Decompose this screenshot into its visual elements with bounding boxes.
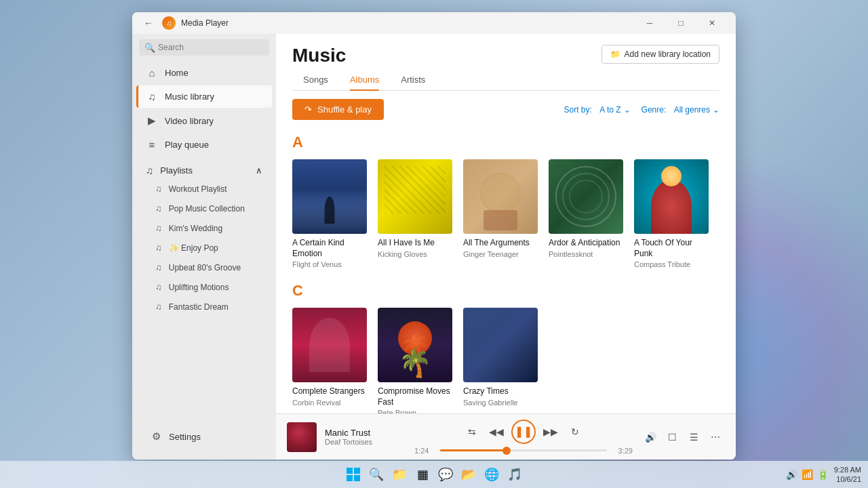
- queue-button[interactable]: ☰: [684, 428, 703, 447]
- taskbar-icons-area: 🔊 📶 🔋: [786, 469, 829, 480]
- playlist-item-kims-wedding[interactable]: ♫ Kim's Wedding: [136, 219, 272, 237]
- add-library-button[interactable]: 📁 Add new library location: [601, 45, 719, 64]
- playlist-item-uplifting[interactable]: ♫ Uplifting Motions: [136, 278, 272, 296]
- album-card-ardor[interactable]: Ardor & Anticipation Pointlessknot: [549, 159, 623, 268]
- playlist-enjoy-label: ✨ Enjoy Pop: [169, 243, 218, 253]
- volume-button[interactable]: 🔊: [641, 428, 660, 447]
- playlist-music-icon: ♫: [155, 184, 162, 194]
- playlist-music-icon-5: ♫: [155, 262, 162, 272]
- sidebar-item-play-queue[interactable]: ≡ Play queue: [136, 134, 272, 156]
- progress-bar-area: 1:24 3:29: [414, 447, 633, 455]
- tab-albums[interactable]: Albums: [339, 69, 390, 90]
- albums-grid-a: A Certain Kind Emotion Flight of Venus A…: [292, 159, 719, 268]
- sidebar-item-queue-label: Play queue: [165, 140, 209, 150]
- shuffle-play-button[interactable]: ↷ Shuffle & play: [292, 99, 384, 120]
- now-playing-album-art: [287, 422, 317, 452]
- svg-rect-0: [347, 468, 353, 474]
- playlists-label: Playlists: [160, 165, 193, 176]
- taskbar-wifi-icon[interactable]: 📶: [802, 469, 813, 480]
- playlist-music-icon-2: ♫: [155, 203, 162, 214]
- album-art-crazy-times: [463, 308, 538, 382]
- now-playing-title: Manic Trust: [325, 428, 406, 438]
- genre-value: All genres: [674, 105, 710, 115]
- taskbar-date: 10/6/21: [834, 474, 861, 484]
- next-button[interactable]: ▶▶: [541, 422, 560, 441]
- album-artist-a-touch: Compass Tribute: [634, 260, 709, 268]
- media-player-window: ← ♫ Media Player ─ □ ✕ 🔍 ⌂ Home: [132, 12, 736, 460]
- sidebar: 🔍 ⌂ Home ♫ Music library ▶ Video library…: [132, 34, 276, 460]
- playlist-item-fantastic[interactable]: ♫ Fantastic Dream: [136, 298, 272, 316]
- album-card-crazy-times[interactable]: Crazy Times Saving Gabrielle: [463, 308, 538, 413]
- playlist-item-upbeat[interactable]: ♫ Upbeat 80's Groove: [136, 258, 272, 277]
- album-card-complete-strangers[interactable]: Complete Strangers Corbin Revival: [292, 308, 367, 413]
- album-card-compromise[interactable]: 🌴 Compromise Moves Fast Pete Brown: [378, 308, 452, 413]
- main-content: Music 📁 Add new library location Songs A…: [276, 34, 736, 460]
- playlists-section-header[interactable]: ♫ Playlists ∧: [136, 159, 272, 179]
- sidebar-item-settings[interactable]: ⚙ Settings: [140, 425, 268, 448]
- now-playing-bar: Manic Trust Deaf Tortoises ⇆ ◀◀ ❚❚ ▶▶ ↻ …: [276, 413, 736, 460]
- genre-dropdown[interactable]: Genre: All genres ⌄: [642, 105, 719, 115]
- playlist-item-pop[interactable]: ♫ Pop Music Collection: [136, 199, 272, 218]
- taskbar-volume-icon[interactable]: 🔊: [786, 469, 797, 480]
- taskbar-folder-button[interactable]: 📂: [459, 465, 478, 484]
- taskbar-clock[interactable]: 9:28 AM 10/6/21: [834, 465, 861, 485]
- taskbar-search-button[interactable]: 🔍: [367, 465, 386, 484]
- album-card-a-touch[interactable]: A Touch Of Your Punk Compass Tribute: [634, 159, 709, 268]
- back-button[interactable]: ←: [140, 15, 157, 31]
- section-letter-c: C: [292, 282, 719, 300]
- sort-genre-controls: Sort by: A to Z ⌄ Genre: All genres ⌄: [564, 105, 719, 115]
- sidebar-item-video-library[interactable]: ▶ Video library: [136, 109, 272, 132]
- playlist-item-enjoy-pop[interactable]: ♫ ✨ Enjoy Pop: [136, 239, 272, 257]
- maximize-button[interactable]: □: [665, 12, 696, 34]
- current-time: 1:24: [414, 447, 435, 455]
- close-button[interactable]: ✕: [696, 12, 728, 34]
- progress-fill: [440, 449, 507, 451]
- content-header: Music 📁 Add new library location Songs A…: [276, 34, 736, 91]
- queue-icon: ≡: [146, 139, 158, 150]
- tab-artists[interactable]: Artists: [390, 69, 436, 90]
- taskbar-teams-button[interactable]: 💬: [436, 465, 455, 484]
- tab-songs[interactable]: Songs: [292, 69, 339, 90]
- repeat-button[interactable]: ↻: [566, 422, 585, 441]
- search-input[interactable]: [139, 39, 269, 56]
- taskbar-battery-icon[interactable]: 🔋: [817, 469, 829, 480]
- sidebar-item-music-library[interactable]: ♫ Music library: [136, 85, 272, 108]
- now-playing-info: Manic Trust Deaf Tortoises: [325, 428, 406, 446]
- playlist-kims-label: Kim's Wedding: [169, 224, 222, 233]
- album-card-a-certain-kind[interactable]: A Certain Kind Emotion Flight of Venus: [292, 159, 367, 268]
- taskbar-browser-button[interactable]: 🌐: [482, 465, 501, 484]
- sidebar-item-home-label: Home: [165, 68, 189, 78]
- window-title: Media Player: [181, 18, 634, 28]
- minimize-button[interactable]: ─: [634, 12, 665, 34]
- progress-bar[interactable]: [440, 449, 607, 451]
- album-card-all-i-have[interactable]: All I Have Is Me Kicking Gloves: [378, 159, 452, 268]
- shuffle-control-button[interactable]: ⇆: [462, 422, 481, 441]
- progress-area: ⇆ ◀◀ ❚❚ ▶▶ ↻ 1:24 3:29: [414, 420, 633, 455]
- sort-chevron-icon: ⌄: [624, 105, 631, 115]
- previous-button[interactable]: ◀◀: [487, 422, 506, 441]
- playlist-workout-label: Workout Playlist: [169, 184, 227, 194]
- playlists-chevron-icon: ∧: [256, 165, 262, 176]
- album-art-all-the-arguments: [463, 159, 538, 234]
- search-icon: 🔍: [144, 43, 155, 53]
- taskbar-start-button[interactable]: [344, 465, 363, 484]
- taskbar-multitask-button[interactable]: ▦: [413, 465, 432, 484]
- playlist-item-workout[interactable]: ♫ Workout Playlist: [136, 180, 272, 198]
- pause-button[interactable]: ❚❚: [511, 420, 536, 444]
- more-options-button[interactable]: ⋯: [706, 428, 725, 447]
- miniplayer-button[interactable]: ☐: [663, 428, 682, 447]
- taskbar-media-button[interactable]: 🎵: [505, 465, 524, 484]
- window-controls: ─ □ ✕: [634, 12, 728, 34]
- add-library-icon: 📁: [610, 49, 620, 59]
- playlist-music-icon-4: ♫: [155, 243, 162, 253]
- sort-dropdown[interactable]: Sort by: A to Z ⌄: [564, 105, 631, 115]
- taskbar-center: 🔍 📁 ▦ 💬 📂 🌐 🎵: [344, 465, 524, 484]
- sidebar-item-home[interactable]: ⌂ Home: [136, 62, 272, 84]
- album-art-ardor: [549, 159, 623, 234]
- album-card-all-the-arguments[interactable]: All The Arguments Ginger Teenager: [463, 159, 538, 268]
- genre-chevron-icon: ⌄: [713, 105, 719, 115]
- page-title: Music: [292, 45, 346, 66]
- playlist-pop-label: Pop Music Collection: [169, 204, 245, 214]
- taskbar-explorer-button[interactable]: 📁: [390, 465, 409, 484]
- album-artist-compromise: Pete Brown: [378, 409, 452, 413]
